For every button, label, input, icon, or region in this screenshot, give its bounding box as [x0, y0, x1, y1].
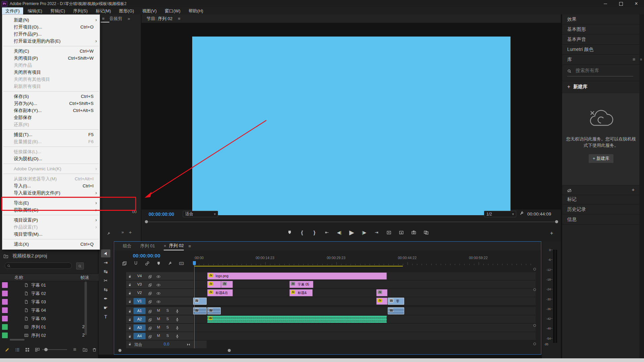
panel-menu-icon[interactable]: ≡	[189, 244, 191, 249]
project-vertical-scrollbar[interactable]	[85, 282, 87, 335]
track-target-A3[interactable]: A3	[133, 324, 146, 331]
menu-item-10[interactable]: 刷新所有项目	[2, 83, 100, 90]
menu-item-22[interactable]: 设为脱机(O)...	[2, 155, 100, 162]
bin-search-button[interactable]	[76, 262, 84, 269]
panel-essential-graphics[interactable]: 基本图形	[562, 24, 639, 35]
menu-item-27[interactable]: 导入(I)... Ctrl+I	[2, 182, 100, 189]
clip-V3[interactable]: fx 字幕 05	[289, 281, 313, 288]
menubar-item-1[interactable]: 编辑(E)	[24, 7, 46, 15]
track-target-A4[interactable]: A4	[133, 333, 146, 339]
track-target-V2[interactable]: V2	[133, 290, 146, 296]
ripple-edit-tool[interactable]: ↹	[101, 267, 110, 276]
lock-icon[interactable]	[128, 317, 132, 323]
project-item-0[interactable]: 字幕 01	[0, 281, 99, 289]
zoom-level-select[interactable]: 适合▾	[183, 211, 218, 217]
clip-V4[interactable]: fx logo.png	[207, 273, 387, 280]
step-forward-icon[interactable]: |▶	[358, 228, 370, 237]
mark-in-icon[interactable]: {	[296, 228, 308, 237]
mute-button[interactable]: M	[157, 334, 160, 338]
menubar-item-4[interactable]: 标记(M)	[92, 7, 114, 15]
menu-item-5[interactable]: 关闭(C) Ctrl+W	[2, 48, 100, 55]
playback-resolution-select[interactable]: 1/2▾	[484, 211, 516, 217]
menu-item-1[interactable]: 打开项目(O)... Ctrl+O	[2, 23, 100, 31]
clip-A2[interactable]: fx	[207, 316, 387, 323]
lock-icon[interactable]	[128, 325, 132, 331]
icon-view-icon[interactable]	[25, 347, 30, 353]
library-search-input[interactable]	[575, 67, 627, 73]
label-color-swatch[interactable]	[2, 299, 8, 305]
clip-V2[interactable]: fx	[376, 289, 387, 296]
clip-V1[interactable]: fx	[376, 298, 387, 305]
lift-icon[interactable]	[383, 228, 395, 237]
sync-lock-icon[interactable]	[148, 274, 152, 280]
voiceover-record-icon[interactable]	[175, 308, 179, 314]
timeline-tab-0[interactable]: 组合	[123, 242, 131, 250]
project-item-5[interactable]: 序列 01 2	[0, 323, 99, 331]
cloud-offline-icon[interactable]	[567, 187, 572, 193]
new-library-button[interactable]: + 新建库	[589, 154, 613, 163]
project-item-3[interactable]: 字幕 04	[0, 306, 99, 314]
clip-A1[interactable]: fx	[193, 307, 207, 314]
voiceover-record-icon[interactable]	[175, 316, 179, 322]
menu-item-15[interactable]: 全部保存	[2, 114, 100, 121]
menu-item-8[interactable]: 关闭所有项目	[2, 69, 100, 76]
go-to-out-icon[interactable]: ⇥	[370, 228, 383, 237]
sync-lock-icon[interactable]	[148, 317, 152, 323]
sync-lock-icon[interactable]	[148, 299, 152, 305]
panel-info[interactable]: 信息	[562, 215, 640, 225]
track-scroll-handle[interactable]	[533, 288, 536, 291]
lock-icon[interactable]	[128, 290, 132, 296]
timeline-tab-1[interactable]: 序列 01	[140, 242, 155, 250]
mark-out-icon[interactable]: }	[308, 228, 321, 237]
menubar-item-3[interactable]: 序列(S)	[70, 7, 91, 15]
label-color-swatch[interactable]	[2, 316, 8, 321]
lock-icon[interactable]	[128, 282, 132, 288]
scroll-handle-right[interactable]	[555, 220, 558, 223]
keyframe-nav-icon[interactable]	[186, 342, 191, 347]
tab-program-sequence[interactable]: 节目: 序列 02	[147, 16, 172, 22]
add-marker-icon[interactable]	[283, 228, 296, 237]
clip-V2[interactable]: fx 标题&总	[207, 289, 233, 296]
program-zoom-scrollbar[interactable]	[142, 220, 561, 224]
new-bin-icon[interactable]	[83, 347, 88, 353]
folder-up-icon[interactable]	[3, 253, 12, 259]
captions-icon[interactable]: CC	[176, 260, 187, 266]
menu-item-34[interactable]: 作品设置(T) ›	[2, 224, 100, 231]
step-back-icon[interactable]: ◀|	[333, 228, 345, 237]
slip-tool[interactable]: ⇆	[101, 286, 110, 294]
tab-audio-clip-mixer[interactable]: 音频剪	[109, 16, 122, 22]
label-color-swatch[interactable]	[2, 282, 8, 288]
panel-history[interactable]: 历史记录	[562, 204, 640, 215]
menu-item-7[interactable]: 关闭作品	[2, 62, 100, 69]
menu-item-16[interactable]: 还原(R)	[2, 121, 100, 128]
new-library-link[interactable]: + 新建库	[562, 81, 639, 93]
scroll-handle-left[interactable]	[118, 349, 121, 352]
menu-item-9[interactable]: 关闭所有其他项目	[2, 76, 100, 83]
column-framerate[interactable]: 帧速	[80, 275, 89, 281]
settings-wrench-icon[interactable]	[519, 210, 524, 216]
comparison-view-icon[interactable]	[420, 228, 432, 237]
project-item-1[interactable]: 字幕 02	[0, 289, 99, 298]
lock-icon[interactable]	[128, 274, 132, 280]
track-target-V1[interactable]: V1	[133, 298, 146, 304]
menu-item-3[interactable]: 打开最近使用的内容(E) ›	[2, 38, 100, 45]
solo-button[interactable]: S	[166, 308, 169, 312]
mixer-settings-icon[interactable]	[107, 230, 111, 236]
mute-button[interactable]: M	[157, 325, 160, 329]
menu-item-37[interactable]: 退出(X) Ctrl+Q	[2, 241, 100, 248]
menu-item-33[interactable]: 项目设置(P) ›	[2, 217, 100, 224]
menubar-item-2[interactable]: 剪辑(C)	[47, 7, 68, 15]
mixer-overflow-icon[interactable]: »	[121, 230, 124, 235]
toggle-track-output-icon[interactable]	[156, 274, 161, 280]
panel-menu-icon[interactable]: ≡	[102, 16, 105, 21]
solo-button[interactable]: S	[166, 317, 169, 321]
sync-lock-icon[interactable]	[148, 308, 152, 314]
label-color-swatch[interactable]	[2, 324, 8, 330]
add-button[interactable]: +	[550, 230, 553, 236]
extract-icon[interactable]	[395, 228, 408, 237]
menubar-item-6[interactable]: 视图(V)	[139, 7, 160, 15]
menu-item-26[interactable]: 从媒体浏览器导入(M) Ctrl+Alt+I	[2, 175, 100, 182]
go-to-in-icon[interactable]: ⇤	[321, 228, 333, 237]
clip-A1[interactable]: fx	[388, 307, 404, 314]
menu-item-28[interactable]: 导入最近使用的文件(F) ›	[2, 189, 100, 196]
